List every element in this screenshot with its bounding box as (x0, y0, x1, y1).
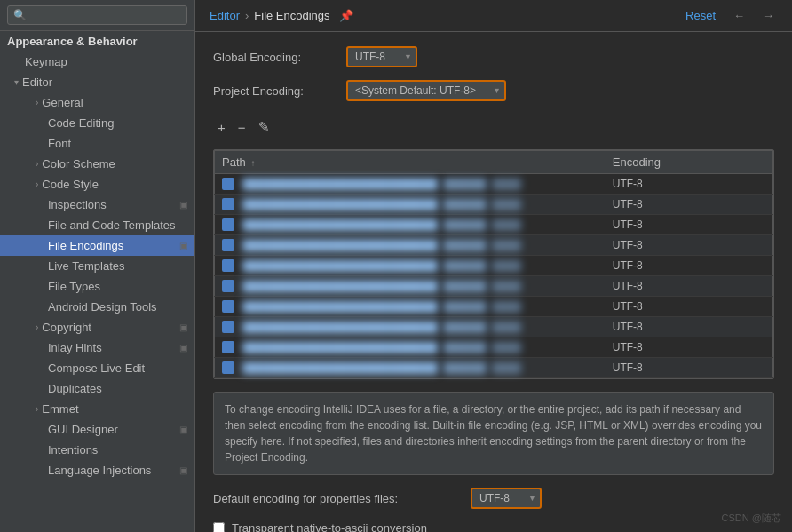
path-folder-icon (222, 178, 234, 190)
default-encoding-select[interactable]: UTF-8 (471, 488, 542, 509)
sidebar-item-label: Appearance & Behavior (7, 35, 138, 48)
chevron-icon: › (36, 322, 38, 332)
encodings-table: Path ↑ Encoding ████████████████████████… (214, 150, 773, 378)
path-cell: ██████████████████████████████████████ (215, 317, 606, 337)
default-encoding-dropdown-wrapper: UTF-8 (471, 488, 542, 509)
path-segment: ██████ (442, 259, 487, 272)
sidebar-item-gui-designer[interactable]: GUI Designer▣ (0, 419, 194, 440)
encoding-cell: UTF-8 (606, 317, 773, 337)
encoding-cell: UTF-8 (606, 215, 773, 235)
sidebar-item-keymap[interactable]: Keymap (0, 52, 194, 72)
sidebar-item-inspections[interactable]: Inspections▣ (0, 195, 194, 215)
table-row[interactable]: ██████████████████████████████████████UT… (215, 215, 773, 235)
table-row[interactable]: ██████████████████████████████████████UT… (215, 195, 773, 215)
edit-path-button[interactable]: ✎ (254, 117, 274, 137)
global-encoding-select[interactable]: UTF-8 (346, 46, 417, 67)
sidebar-item-label: Keymap (25, 55, 67, 68)
default-encoding-label: Default encoding for properties files: (213, 492, 462, 505)
sidebar-item-inlay-hints[interactable]: Inlay Hints▣ (0, 337, 194, 358)
item-badge-icon: ▣ (179, 322, 187, 332)
transparent-conversion-row: Transparent native-to-ascii conversion (213, 521, 774, 532)
sidebar-item-copyright[interactable]: ›Copyright▣ (0, 317, 194, 337)
sidebar-item-label: Code Editing (48, 116, 114, 130)
col-path-header[interactable]: Path ↑ (215, 151, 606, 174)
sidebar-item-label: GUI Designer (48, 423, 118, 436)
global-encoding-label: Global Encoding: (213, 51, 337, 64)
reset-button[interactable]: Reset (682, 7, 719, 24)
table-row[interactable]: ██████████████████████████████████████UT… (215, 256, 773, 276)
path-segment-2: ████ (491, 218, 522, 231)
back-button[interactable]: ← (730, 7, 748, 24)
sidebar-item-label: Language Injections (48, 464, 151, 477)
breadcrumb-editor[interactable]: Editor (210, 9, 240, 22)
path-folder-icon (222, 239, 234, 251)
table-row[interactable]: ██████████████████████████████████████UT… (215, 174, 773, 195)
sidebar-item-intentions[interactable]: Intentions (0, 440, 194, 460)
sidebar-item-emmet[interactable]: ›Emmet (0, 399, 194, 419)
path-value: ████████████████████████████ (242, 280, 439, 292)
encoding-cell: UTF-8 (606, 337, 773, 358)
global-encoding-row: Global Encoding: UTF-8 (213, 46, 774, 67)
sidebar-item-code-editing[interactable]: Code Editing (0, 113, 194, 133)
sidebar-item-live-templates[interactable]: Live Templates (0, 256, 194, 276)
path-cell: ██████████████████████████████████████ (215, 215, 606, 235)
sidebar-item-file-code-templates[interactable]: File and Code Templates (0, 215, 194, 235)
project-encoding-row: Project Encoding: <System Default: UTF-8… (213, 80, 774, 101)
remove-path-button[interactable]: − (234, 118, 250, 137)
path-segment: ██████ (442, 321, 487, 333)
table-row[interactable]: ██████████████████████████████████████UT… (215, 337, 773, 358)
sidebar-item-duplicates[interactable]: Duplicates (0, 378, 194, 399)
sidebar-item-file-types[interactable]: File Types (0, 276, 194, 297)
sidebar-item-label: Code Style (42, 178, 99, 191)
item-badge-icon: ▣ (179, 200, 187, 210)
path-value: ████████████████████████████ (242, 300, 439, 313)
table-row[interactable]: ██████████████████████████████████████UT… (215, 358, 773, 378)
sidebar-item-appearance[interactable]: Appearance & Behavior (0, 31, 194, 52)
default-encoding-row: Default encoding for properties files: U… (213, 488, 774, 509)
sidebar-item-language-injections[interactable]: Language Injections▣ (0, 460, 194, 480)
path-segment-2: ████ (491, 198, 522, 210)
path-segment: ██████ (442, 218, 487, 231)
header-actions: Reset ← → (682, 7, 778, 24)
table-row[interactable]: ██████████████████████████████████████UT… (215, 317, 773, 337)
sidebar-item-label: Editor (22, 75, 52, 89)
table-row[interactable]: ██████████████████████████████████████UT… (215, 235, 773, 256)
path-segment-2: ████ (491, 280, 522, 292)
path-value: ████████████████████████████ (242, 341, 439, 353)
item-badge-icon: ▣ (179, 465, 187, 475)
sidebar-item-file-encodings[interactable]: File Encodings▣ (0, 235, 194, 256)
sidebar-item-color-scheme[interactable]: ›Color Scheme (0, 154, 194, 174)
project-encoding-select[interactable]: <System Default: UTF-8> (346, 80, 506, 101)
path-cell: ██████████████████████████████████████ (215, 195, 606, 215)
sidebar-item-label: Copyright (42, 321, 91, 334)
transparent-checkbox[interactable] (213, 522, 225, 532)
sidebar-item-android-design-tools[interactable]: Android Design Tools (0, 297, 194, 317)
sidebar-item-label: Font (48, 137, 71, 150)
path-value: ████████████████████████████ (242, 239, 439, 251)
forward-button[interactable]: → (759, 7, 778, 24)
col-encoding-header[interactable]: Encoding (606, 151, 773, 174)
path-value: ████████████████████████████ (242, 361, 439, 374)
path-cell: ██████████████████████████████████████ (215, 358, 606, 378)
add-path-button[interactable]: + (213, 118, 230, 137)
path-cell: ██████████████████████████████████████ (215, 337, 606, 358)
sidebar-item-label: File and Code Templates (48, 218, 176, 232)
sidebar-item-compose-live-edit[interactable]: Compose Live Edit (0, 358, 194, 378)
sidebar-item-general[interactable]: ›General (0, 92, 194, 113)
table-row[interactable]: ██████████████████████████████████████UT… (215, 276, 773, 297)
path-segment: ██████ (442, 341, 487, 353)
sidebar-item-label: File Encodings (48, 239, 123, 252)
sidebar-item-editor[interactable]: ▾Editor (0, 72, 194, 92)
table-row[interactable]: ██████████████████████████████████████UT… (215, 297, 773, 317)
path-cell: ██████████████████████████████████████ (215, 256, 606, 276)
pin-icon[interactable]: 📌 (339, 9, 353, 22)
sidebar-search-input[interactable] (7, 5, 187, 25)
sidebar-item-font[interactable]: Font (0, 133, 194, 154)
encoding-cell: UTF-8 (606, 174, 773, 195)
sidebar-item-code-style[interactable]: ›Code Style (0, 174, 194, 195)
breadcrumb-current: File Encodings (254, 9, 329, 22)
sidebar-item-label: Compose Live Edit (48, 361, 145, 375)
sort-indicator: ↑ (250, 158, 255, 168)
chevron-icon: › (36, 159, 38, 169)
table-toolbar: + − ✎ (213, 114, 774, 140)
